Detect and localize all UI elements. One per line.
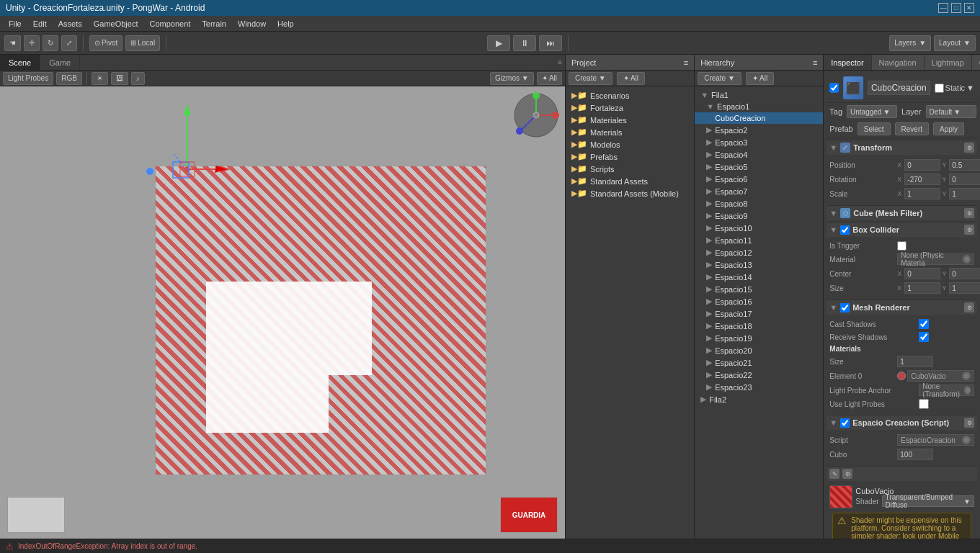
pause-button[interactable]: ⏸ — [513, 35, 536, 51]
espacio-creacion-header[interactable]: ▼ Espacio Creacion (Script) ⚙ — [827, 415, 977, 430]
layout-dropdown[interactable]: Layout ▼ — [934, 35, 976, 51]
tab-occlusion[interactable]: Occlusion — [972, 55, 980, 70]
hierarchy-create-btn[interactable]: Create ▼ — [698, 72, 741, 85]
hierarchy-item-espacio1[interactable]: ▼ Espacio1 — [695, 101, 823, 112]
tab-navigation[interactable]: Navigation — [872, 55, 925, 70]
hierarchy-item-fila2[interactable]: ▶ Fila2 — [695, 393, 823, 405]
transform-header[interactable]: ▼ ⤢ Transform ⚙ — [827, 140, 977, 155]
tool-rotate[interactable]: ↻ — [43, 35, 58, 51]
menu-help[interactable]: Help — [272, 18, 300, 30]
rot-y-input[interactable] — [949, 174, 980, 185]
hierarchy-item-espacio17[interactable]: ▶ Espacio17 — [695, 307, 823, 320]
layer-dropdown[interactable]: Default ▼ — [926, 105, 976, 118]
maximize-button[interactable]: □ — [951, 3, 961, 13]
hierarchy-all-btn[interactable]: ✦ All — [746, 72, 774, 85]
audio-btn[interactable]: ♪ — [131, 72, 145, 85]
apply-button[interactable]: Apply — [933, 122, 964, 135]
folder-materials[interactable]: ▶📁 Materials — [566, 126, 694, 138]
orientation-gizmo[interactable]: Y X Z — [511, 90, 561, 140]
folder-scripts[interactable]: ▶📁 Scripts — [566, 163, 694, 175]
box-collider-enabled[interactable] — [840, 225, 850, 235]
rgb-btn[interactable]: RGB — [56, 72, 82, 85]
script-picker-icon[interactable]: ◎ — [962, 436, 971, 444]
hierarchy-item-espacio18[interactable]: ▶ Espacio18 — [695, 320, 823, 332]
folder-escenarios[interactable]: ▶📁 Escenarios — [566, 89, 694, 102]
menu-component[interactable]: Component — [143, 18, 196, 30]
menu-file[interactable]: File — [3, 18, 27, 30]
hierarchy-item-espacio8[interactable]: ▶ Espacio8 — [695, 197, 823, 210]
hierarchy-item-espacio23[interactable]: ▶ Espacio23 — [695, 381, 823, 393]
revert-button[interactable]: Revert — [895, 122, 929, 135]
menu-assets[interactable]: Assets — [53, 18, 88, 30]
element0-picker-icon[interactable]: ◎ — [962, 372, 971, 380]
mat-size-input[interactable] — [897, 356, 933, 367]
element0-field[interactable]: CuboVacio ◎ — [907, 370, 974, 382]
mesh-filter-settings-icon[interactable]: ⚙ — [964, 208, 974, 218]
layers-dropdown[interactable]: Layers ▼ — [889, 35, 931, 51]
menu-edit[interactable]: Edit — [27, 18, 53, 30]
step-button[interactable]: ⏭ — [539, 35, 562, 51]
pivot-button[interactable]: ⊙ Pivot — [89, 35, 122, 51]
center-y-input[interactable] — [949, 268, 980, 279]
rot-x-input[interactable] — [904, 174, 940, 185]
folder-prefabs[interactable]: ▶📁 Prefabs — [566, 150, 694, 163]
transform-gizmo[interactable] — [159, 97, 231, 191]
hierarchy-item-espacio21[interactable]: ▶ Espacio21 — [695, 356, 823, 369]
tab-lightmap[interactable]: Lightmap — [925, 55, 972, 70]
mesh-renderer-enabled[interactable] — [840, 303, 850, 313]
tag-dropdown[interactable]: Untagged ▼ — [847, 105, 897, 118]
local-button[interactable]: ⊞ Local — [125, 35, 160, 51]
tool-scale[interactable]: ⤢ — [61, 35, 77, 51]
project-all-btn[interactable]: ✦ All — [617, 72, 645, 85]
cast-shadows-checkbox[interactable] — [919, 319, 929, 329]
static-toggle[interactable]: Static ▼ — [935, 84, 974, 93]
use-light-probes-checkbox[interactable] — [919, 399, 929, 409]
hierarchy-item-fila1[interactable]: ▼ Fila1 — [695, 89, 823, 101]
hierarchy-item-espacio9[interactable]: ▶ Espacio9 — [695, 210, 823, 222]
material-ref[interactable]: None (Physic Materia ◎ — [897, 253, 974, 265]
cubo-input[interactable] — [897, 449, 933, 460]
light-probe-picker-icon[interactable]: ◎ — [964, 386, 971, 395]
hierarchy-item-espacio13[interactable]: ▶ Espacio13 — [695, 258, 823, 271]
hierarchy-item-espacio11[interactable]: ▶ Espacio11 — [695, 234, 823, 246]
scene-panel-options[interactable]: ≡ — [555, 58, 565, 66]
minimize-button[interactable]: — — [938, 3, 948, 13]
hierarchy-item-espacio15[interactable]: ▶ Espacio15 — [695, 283, 823, 295]
project-menu-icon[interactable]: ≡ — [684, 58, 688, 67]
receive-shadows-checkbox[interactable] — [919, 332, 929, 342]
tool-move[interactable]: ✛ — [24, 35, 40, 51]
transform-settings-icon[interactable]: ⚙ — [964, 143, 974, 153]
size-y-input[interactable] — [949, 282, 980, 294]
hierarchy-item-espacio5[interactable]: ▶ Espacio5 — [695, 161, 823, 173]
object-name[interactable]: CuboCreacion — [868, 81, 930, 95]
shader-dropdown[interactable]: Transparent/Bumped Diffuse ▼ — [882, 495, 974, 507]
hierarchy-item-espacio19[interactable]: ▶ Espacio19 — [695, 332, 823, 344]
mesh-renderer-header[interactable]: ▼ Mesh Renderer ⚙ — [827, 300, 977, 315]
hierarchy-item-espacio12[interactable]: ▶ Espacio12 — [695, 246, 823, 258]
hierarchy-item-espacio20[interactable]: ▶ Espacio20 — [695, 344, 823, 356]
hierarchy-item-espacio4[interactable]: ▶ Espacio4 — [695, 148, 823, 161]
scale-y-input[interactable] — [949, 188, 980, 199]
hierarchy-item-espacio2[interactable]: ▶ Espacio2 — [695, 124, 823, 136]
hierarchy-item-espacio16[interactable]: ▶ Espacio16 — [695, 295, 823, 307]
script-ref[interactable]: EspacioCreacion ◎ — [897, 434, 974, 446]
hierarchy-item-espacio10[interactable]: ▶ Espacio10 — [695, 222, 823, 234]
scene-view[interactable]: Y X Z Iso GUARDIA — [0, 86, 565, 539]
hierarchy-item-cubocreacion[interactable]: CuboCreacion — [695, 112, 823, 124]
light-probes-btn[interactable]: Light Probes — [3, 72, 53, 85]
image-btn[interactable]: 🖼 — [111, 72, 128, 85]
menu-gameobject[interactable]: GameObject — [88, 18, 144, 30]
size-x-input[interactable] — [904, 282, 940, 294]
hierarchy-item-espacio14[interactable]: ▶ Espacio14 — [695, 271, 823, 283]
gizmos-btn[interactable]: Gizmos ▼ — [490, 72, 534, 85]
box-collider-header[interactable]: ▼ Box Collider ⚙ — [827, 222, 977, 237]
pos-y-input[interactable] — [949, 159, 980, 171]
object-active-checkbox[interactable] — [829, 83, 839, 93]
select-button[interactable]: Select — [858, 122, 891, 135]
pos-x-input[interactable] — [904, 159, 940, 171]
sun-btn[interactable]: ☀ — [92, 72, 108, 85]
light-probe-ref[interactable]: None (Transform) ◎ — [919, 385, 974, 396]
hierarchy-item-espacio22[interactable]: ▶ Espacio22 — [695, 369, 823, 381]
tab-game[interactable]: Game — [40, 55, 80, 70]
material-picker-icon[interactable]: ◎ — [963, 255, 971, 264]
